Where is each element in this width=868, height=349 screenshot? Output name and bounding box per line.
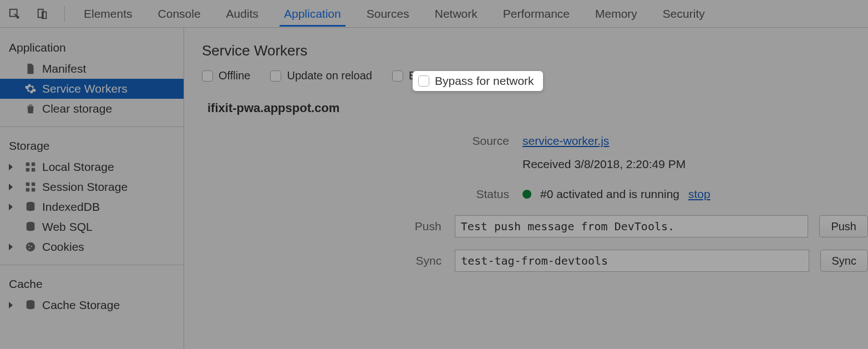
expand-caret-icon — [9, 164, 13, 170]
svg-rect-9 — [26, 188, 29, 191]
stop-link[interactable]: stop — [688, 188, 710, 201]
sidebar-item-manifest[interactable]: Manifest — [0, 59, 184, 79]
push-button[interactable]: Push — [819, 215, 868, 237]
sidebar-item-clear-storage[interactable]: Clear storage — [0, 99, 184, 119]
sync-label: Sync — [184, 254, 455, 267]
sync-input[interactable] — [455, 250, 809, 272]
sidebar-item-cache-storage[interactable]: Cache Storage — [0, 295, 184, 315]
db-icon — [24, 221, 37, 233]
sidebar-item-web-sql[interactable]: Web SQL — [0, 217, 184, 237]
source-label: Source — [184, 134, 522, 148]
status-label: Status — [184, 188, 522, 201]
received-timestamp: Received 3/8/2018, 2:20:49 PM — [184, 158, 868, 171]
status-text: #0 activated and is running — [540, 188, 679, 201]
sidebar-item-label: Clear storage — [42, 102, 112, 115]
devtools-toolbar: ElementsConsoleAuditsApplicationSourcesN… — [0, 0, 868, 28]
bypass-label-highlight: Bypass for network — [435, 74, 534, 88]
tab-sources[interactable]: Sources — [362, 1, 414, 27]
update-on-reload-label: Update on reload — [287, 69, 372, 82]
panel-title: Service Workers — [184, 42, 868, 59]
sidebar-item-label: Cookies — [42, 240, 84, 254]
svg-rect-5 — [26, 168, 29, 171]
service-worker-domain: ifixit-pwa.appspot.com — [184, 101, 868, 115]
svg-rect-8 — [32, 183, 35, 186]
sidebar-item-label: Manifest — [42, 62, 86, 75]
sidebar-item-service-workers[interactable]: Service Workers — [0, 79, 184, 99]
tab-performance[interactable]: Performance — [499, 1, 574, 27]
checkbox-icon — [270, 70, 281, 82]
file-icon — [24, 63, 37, 75]
svg-point-16 — [29, 248, 30, 249]
sidebar-item-label: Session Storage — [42, 180, 128, 194]
expand-caret-icon — [9, 244, 13, 250]
gear-icon — [24, 83, 37, 95]
checkbox-icon — [418, 75, 429, 87]
tab-memory[interactable]: Memory — [591, 1, 642, 27]
checkbox-icon — [392, 70, 403, 82]
sidebar-item-local-storage[interactable]: Local Storage — [0, 157, 184, 177]
push-input[interactable] — [455, 215, 809, 237]
sidebar-item-label: Local Storage — [42, 160, 114, 174]
sidebar-section-cache: Cache — [0, 273, 184, 295]
svg-point-14 — [28, 245, 29, 246]
offline-checkbox[interactable]: Offline — [202, 69, 250, 82]
svg-rect-6 — [32, 168, 35, 171]
svg-rect-7 — [26, 183, 29, 186]
sidebar-section-storage: Storage — [0, 135, 184, 157]
toolbar-divider — [64, 6, 65, 22]
sidebar-item-session-storage[interactable]: Session Storage — [0, 177, 184, 197]
grid-icon — [24, 181, 37, 193]
trash-icon — [24, 103, 37, 115]
db-icon — [24, 299, 37, 311]
bypass-for-network-checkbox[interactable]: Bypass for network — [413, 71, 543, 91]
expand-caret-icon — [9, 204, 13, 210]
svg-rect-10 — [32, 188, 35, 191]
offline-label: Offline — [219, 69, 250, 82]
expand-caret-icon — [9, 184, 13, 190]
sidebar-section-application: Application — [0, 37, 184, 59]
svg-point-13 — [26, 242, 35, 252]
update-on-reload-checkbox[interactable]: Update on reload — [270, 69, 372, 82]
device-toggle-icon[interactable] — [34, 6, 50, 22]
svg-point-15 — [31, 246, 32, 247]
tab-audits[interactable]: Audits — [222, 1, 263, 27]
svg-rect-3 — [26, 163, 29, 166]
sidebar-item-cookies[interactable]: Cookies — [0, 237, 184, 257]
sidebar-item-indexeddb[interactable]: IndexedDB — [0, 197, 184, 217]
db-icon — [24, 201, 37, 213]
tab-application[interactable]: Application — [280, 1, 346, 27]
tab-security[interactable]: Security — [658, 1, 709, 27]
sidebar-item-label: Cache Storage — [42, 299, 120, 312]
cookie-icon — [24, 241, 37, 253]
push-label: Push — [184, 220, 455, 233]
checkbox-icon — [202, 70, 213, 82]
sync-button[interactable]: Sync — [820, 250, 868, 272]
inspect-icon[interactable] — [7, 6, 22, 22]
grid-icon — [24, 161, 37, 173]
tab-elements[interactable]: Elements — [79, 1, 137, 27]
sidebar-item-label: IndexedDB — [42, 200, 100, 214]
source-link[interactable]: service-worker.js — [522, 134, 609, 148]
tab-console[interactable]: Console — [154, 1, 205, 27]
status-dot-icon — [522, 190, 531, 199]
expand-caret-icon — [9, 302, 13, 308]
tab-network[interactable]: Network — [430, 1, 482, 27]
svg-rect-4 — [32, 163, 35, 166]
sidebar-item-label: Web SQL — [42, 220, 93, 234]
sidebar-item-label: Service Workers — [42, 82, 128, 95]
application-sidebar: ApplicationManifestService WorkersClear … — [0, 28, 184, 349]
